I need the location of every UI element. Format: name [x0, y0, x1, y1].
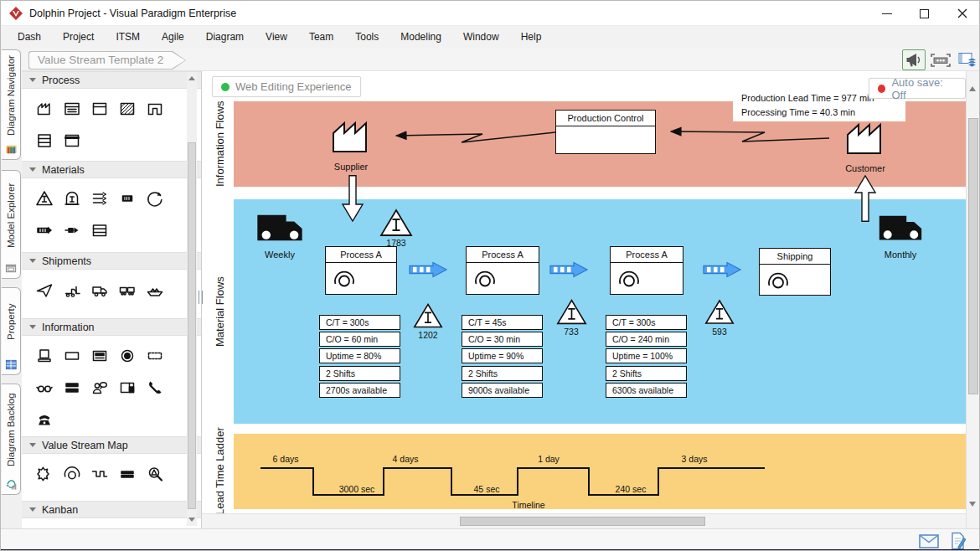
- push-arrow[interactable]: [409, 261, 447, 278]
- menu-help[interactable]: Help: [510, 26, 553, 49]
- data-cell[interactable]: 2700s available: [319, 383, 400, 398]
- electronic-info-arrow-supplier[interactable]: [396, 132, 555, 142]
- timeline-segment-label[interactable]: 45 sec: [474, 484, 500, 494]
- canvas-vertical-scrollbar[interactable]: [966, 71, 980, 528]
- announcements-button[interactable]: [902, 49, 926, 70]
- menu-project[interactable]: Project: [52, 26, 105, 49]
- forklift-icon[interactable]: [63, 281, 81, 299]
- rail-icon[interactable]: [118, 281, 137, 299]
- safety-stock-icon[interactable]: [63, 189, 81, 208]
- data-cell[interactable]: 2 Shifts: [462, 366, 543, 381]
- menu-team[interactable]: Team: [298, 26, 344, 49]
- signal-kanban-icon[interactable]: [118, 347, 137, 365]
- diagram-canvas[interactable]: Information Flows Material Flows Lead Ti…: [202, 71, 966, 528]
- hatched-process-icon[interactable]: [118, 100, 137, 118]
- timeline-ladder-line[interactable]: [234, 434, 966, 509]
- process-node-shipping[interactable]: Shipping: [759, 248, 831, 296]
- push-arrow-icon[interactable]: [63, 221, 81, 239]
- shipment-arrow-icon[interactable]: [35, 221, 54, 239]
- electronic-info-arrow-customer[interactable]: [671, 131, 829, 142]
- timeline-segment-icon[interactable]: [90, 465, 109, 483]
- menu-tools[interactable]: Tools: [344, 26, 389, 49]
- supermarket-icon[interactable]: [90, 221, 109, 239]
- material-push-icon[interactable]: [118, 189, 137, 208]
- canvas-horizontal-scrollbar[interactable]: [202, 513, 966, 528]
- horizontal-scrollbar-thumb[interactable]: [460, 517, 705, 526]
- verbal-information-icon[interactable]: [90, 378, 109, 397]
- palette-section-information[interactable]: Information: [22, 318, 201, 336]
- kanban-post-icon[interactable]: [90, 347, 109, 365]
- data-cell[interactable]: C/O = 240 min: [606, 332, 687, 347]
- material-arrow-down[interactable]: [341, 175, 364, 222]
- timeline-segment-label[interactable]: 6 days: [273, 454, 299, 464]
- data-cell[interactable]: Uptime = 100%: [606, 348, 687, 363]
- eyeglasses-icon[interactable]: [35, 378, 54, 397]
- handset-phone-icon[interactable]: [146, 378, 164, 397]
- operator-icon[interactable]: [63, 465, 81, 483]
- close-button[interactable]: [943, 1, 980, 26]
- timeline-title[interactable]: Timeline: [512, 500, 544, 510]
- inbound-shipment-node[interactable]: Weekly: [255, 212, 305, 260]
- palette-section-materials[interactable]: Materials: [22, 161, 201, 178]
- kaizen-magnifier-icon[interactable]: [146, 465, 164, 483]
- telephone-icon[interactable]: [35, 410, 54, 429]
- palette-section-process[interactable]: Process: [22, 71, 201, 89]
- layers-button[interactable]: [956, 49, 979, 70]
- information-box-icon[interactable]: [63, 347, 81, 365]
- menu-diagram[interactable]: Diagram: [195, 26, 255, 49]
- data-cell[interactable]: C/T = 300s: [606, 315, 687, 330]
- menu-modeling[interactable]: Modeling: [389, 26, 452, 49]
- shared-process-icon[interactable]: [146, 100, 164, 118]
- data-cell[interactable]: 6300s available: [606, 383, 687, 398]
- document-edit-icon[interactable]: [951, 532, 966, 550]
- airplane-icon[interactable]: [35, 281, 54, 299]
- panel-splitter-handle[interactable]: [199, 291, 203, 304]
- process-icon[interactable]: [90, 100, 109, 118]
- timeline-segment-label[interactable]: 1 day: [538, 454, 560, 464]
- menu-dash[interactable]: Dash: [7, 26, 52, 49]
- outbound-shipment-node[interactable]: Monthly: [877, 212, 924, 260]
- palette-section-kanban[interactable]: Kanban: [22, 501, 201, 518]
- timeline-segment-label[interactable]: 3 days: [682, 454, 708, 464]
- timeline-segment-label[interactable]: 240 sec: [616, 484, 647, 494]
- mrp-erp-icon[interactable]: [118, 378, 137, 397]
- menu-view[interactable]: View: [255, 26, 298, 49]
- push-arrow[interactable]: [549, 261, 588, 278]
- vertical-scrollbar-thumb[interactable]: [968, 118, 978, 394]
- menu-window[interactable]: Window: [452, 26, 510, 49]
- timeline-segment-label[interactable]: 4 days: [393, 454, 419, 464]
- production-control-node[interactable]: Production Control: [555, 110, 656, 154]
- web-editing-badge[interactable]: Web Editing Experience: [212, 76, 361, 97]
- data-cell[interactable]: Uptime = 80%: [319, 348, 400, 363]
- load-leveling-icon[interactable]: [63, 378, 81, 397]
- factory-icon[interactable]: [35, 100, 54, 118]
- sidebar-tab-property[interactable]: Property: [2, 287, 21, 375]
- menu-itsm[interactable]: ITSM: [105, 26, 151, 49]
- palette-section-shipments[interactable]: Shipments: [22, 252, 201, 270]
- material-arrow-up[interactable]: [854, 175, 877, 222]
- sequenced-pull-icon[interactable]: [146, 347, 164, 365]
- process-node-1[interactable]: Process A: [325, 246, 397, 295]
- sidebar-tab-diagram-navigator[interactable]: Diagram Navigator: [2, 49, 21, 160]
- data-cell[interactable]: C/T = 300s: [319, 315, 400, 330]
- customer-node[interactable]: Customer: [836, 118, 895, 178]
- data-table-icon[interactable]: [35, 131, 54, 150]
- data-cell[interactable]: C/O = 30 min: [462, 332, 543, 347]
- data-cell[interactable]: C/T = 45s: [462, 315, 543, 330]
- truck-icon[interactable]: [90, 281, 109, 299]
- palette-section-value-stream-map[interactable]: Value Stream Map: [22, 436, 201, 454]
- inventory-triangle-icon[interactable]: [35, 189, 54, 208]
- data-cell[interactable]: 9000s available: [462, 383, 543, 398]
- process-node-2[interactable]: Process A: [466, 246, 539, 295]
- screen-capture-button[interactable]: [929, 49, 952, 70]
- document-tab[interactable]: Value Stream Template 2: [28, 51, 186, 70]
- inventory-node[interactable]: 733: [554, 298, 588, 337]
- data-cell[interactable]: Uptime = 90%: [462, 348, 543, 363]
- data-cell[interactable]: 2 Shifts: [606, 366, 687, 381]
- inventory-node[interactable]: 1202: [411, 302, 445, 340]
- timeline-bar-icon[interactable]: [118, 465, 137, 483]
- kaizen-burst-icon[interactable]: [35, 465, 54, 483]
- data-cell[interactable]: 2 Shifts: [319, 366, 400, 381]
- ship-icon[interactable]: [146, 281, 164, 299]
- process-node-3[interactable]: Process A: [610, 246, 683, 295]
